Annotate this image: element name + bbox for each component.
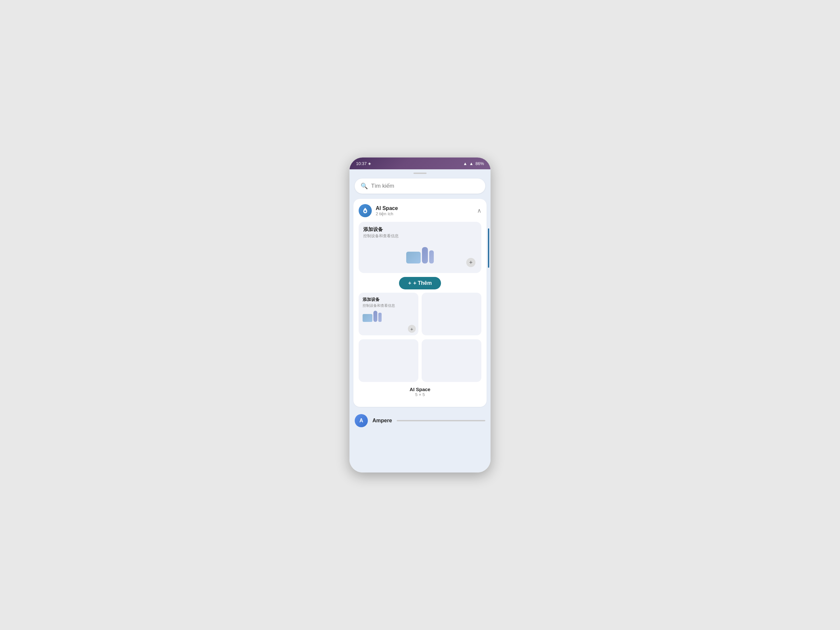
ampere-progress-bar (397, 420, 485, 421)
large-widget: 添加设备 控制设备和查看信息 + (358, 222, 482, 273)
signal-icon: ▲ (469, 161, 474, 166)
drag-handle[interactable] (414, 172, 426, 174)
device-box-3 (429, 250, 434, 264)
section-header-left: AI Space 2 tiện ích (358, 204, 398, 217)
phone-frame: 10:37 ◈ ▲ ▲ 86% 🔍 (349, 158, 491, 472)
ampere-icon: A (355, 414, 368, 427)
ai-space-logo-svg (362, 207, 369, 214)
plus-icon: + (408, 280, 411, 286)
collapse-button[interactable]: ∧ (477, 207, 482, 214)
ampere-icon-label: A (359, 418, 363, 424)
ai-space-label-section: AI Space 5 × 5 (358, 387, 482, 397)
small-widget-1-plus-button[interactable]: + (408, 325, 416, 333)
sm-device-box-2 (373, 311, 377, 322)
main-content: 🔍 AI Space 2 tiện ích (349, 169, 491, 472)
search-icon: 🔍 (361, 182, 368, 189)
widget-grid: 添加设备 控制设备和查看信息 + (358, 293, 482, 335)
section-header: AI Space 2 tiện ích ∧ (358, 204, 482, 217)
add-them-label: + Thêm (413, 280, 431, 286)
ampere-row: A Ampere (349, 411, 491, 431)
device-illustration (406, 247, 434, 264)
sm-device-box-1 (363, 314, 373, 322)
scroll-strip[interactable] (488, 228, 489, 268)
large-widget-image: + (363, 242, 477, 268)
wifi-icon: ▲ (463, 161, 467, 166)
ai-space-section-card: AI Space 2 tiện ích ∧ 添加设备 控制设备和查看信息 + (354, 199, 486, 407)
sm-device-box-3 (378, 313, 382, 322)
ai-space-label: AI Space (358, 387, 482, 392)
bottom-row (358, 339, 482, 382)
large-widget-desc: 控制设备和查看信息 (363, 233, 477, 239)
small-widget-1-title: 添加设备 (363, 297, 414, 303)
status-left: 10:37 ◈ (356, 161, 371, 166)
large-widget-title: 添加设备 (363, 226, 477, 233)
ai-space-icon (358, 204, 372, 217)
small-widget-1-desc: 控制设备和查看信息 (363, 303, 414, 308)
time-display: 10:37 (356, 161, 367, 166)
small-widget-1-image (363, 311, 414, 322)
status-right: ▲ ▲ 86% (463, 161, 484, 166)
battery-display: 86% (475, 161, 484, 166)
section-subtitle: 2 tiện ích (376, 211, 398, 216)
location-icon: ◈ (368, 161, 371, 166)
empty-widget-1 (422, 293, 482, 335)
small-widget-1: 添加设备 控制设备和查看信息 + (358, 293, 418, 335)
bottom-empty-1 (358, 339, 418, 382)
device-box-2 (422, 247, 428, 264)
section-title-group: AI Space 2 tiện ích (376, 205, 398, 216)
large-widget-plus-button[interactable]: + (466, 258, 475, 267)
bottom-empty-2 (422, 339, 482, 382)
device-box-1 (406, 252, 421, 264)
ampere-name: Ampere (373, 418, 392, 424)
status-bar: 10:37 ◈ ▲ ▲ 86% (349, 158, 491, 169)
svg-point-0 (364, 210, 366, 212)
section-title: AI Space (376, 205, 398, 211)
search-bar[interactable]: 🔍 (355, 178, 485, 194)
add-them-button[interactable]: + + Thêm (399, 277, 441, 289)
ai-space-size: 5 × 5 (358, 392, 482, 397)
search-input[interactable] (371, 183, 479, 189)
